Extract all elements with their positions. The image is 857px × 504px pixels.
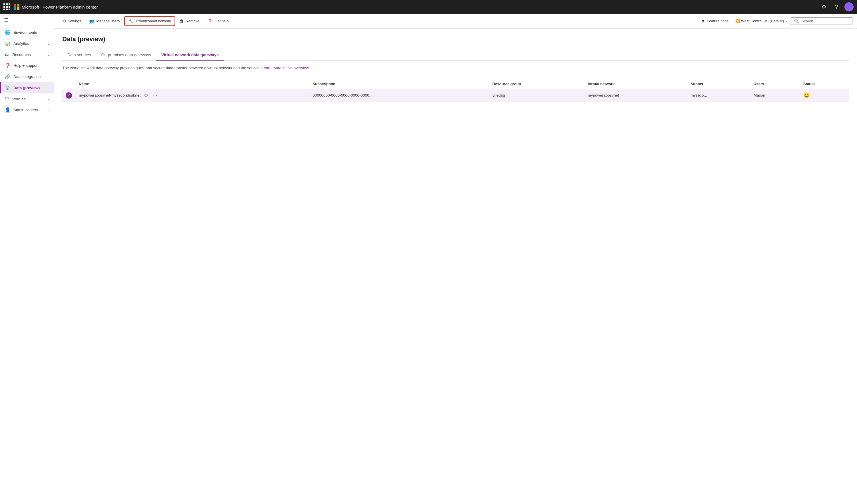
toolbar: ⚙ Settings 👥 Manage users 🔧 Troubleshoot…: [54, 14, 857, 29]
sidebar-item-label: Help + support: [13, 64, 38, 68]
table-header: Name ↑ Subscription Resource group Virtu…: [62, 79, 849, 89]
manage-users-icon: 👥: [89, 19, 95, 24]
data-preview-icon: 📡: [5, 85, 11, 90]
sidebar-item-help-support[interactable]: ❓ Help + support: [0, 60, 54, 71]
troubleshoot-btn-label: Troubleshoot network: [135, 19, 171, 23]
app-logo: Microsoft: [14, 4, 39, 10]
help-icon: ❓: [5, 63, 11, 68]
app-title: Power Platform admin center: [43, 4, 98, 10]
page-title: Data (preview): [62, 35, 849, 43]
search-icon: 🔍: [794, 19, 799, 23]
tab-bar: Data sources On-premises data gateways V…: [62, 50, 849, 61]
row-checkbox-cell: ✓: [62, 89, 75, 102]
row-more-button[interactable]: ···: [151, 92, 158, 99]
sidebar-item-label: Environments: [13, 30, 37, 35]
table-row[interactable]: ✓ mypowerappsvnet-mysecondsubnet ⚙ ··· 0…: [62, 89, 849, 102]
col-subnet: Subnet: [687, 79, 750, 89]
region-selector[interactable]: 🔀 West Central US (Default) ⌄: [733, 18, 790, 24]
region-icon: 🔀: [735, 19, 740, 23]
data-table: Name ↑ Subscription Resource group Virtu…: [62, 79, 849, 102]
row-resource-group: vnetrsg: [489, 89, 585, 102]
col-users: Users: [750, 79, 800, 89]
row-virtual-network: mypowerappsvnet: [584, 89, 687, 102]
status-icon: 😊: [803, 93, 810, 98]
environments-icon: 🌐: [5, 30, 11, 35]
help-icon[interactable]: ?: [832, 2, 841, 12]
row-name: mypowerappsvnet-mysecondsubnet: [79, 93, 140, 97]
topbar: Microsoft Power Platform admin center ⚙ …: [0, 0, 857, 14]
get-help-icon: ❓: [207, 19, 213, 24]
microsoft-logo: [14, 4, 19, 10]
sidebar-item-label: Admin centers: [13, 108, 38, 112]
col-status: Status: [800, 79, 849, 89]
admin-centers-icon: 👤: [5, 107, 11, 113]
sidebar-item-label: Analytics: [13, 41, 29, 46]
tab-virtual-network[interactable]: Virtual network data gateways: [156, 50, 224, 61]
settings-button[interactable]: ⚙ Settings: [59, 17, 85, 26]
troubleshoot-network-button[interactable]: 🔧 Troubleshoot network: [124, 16, 175, 26]
row-users: Mason: [750, 89, 800, 102]
content-area: ⚙ Settings 👥 Manage users 🔧 Troubleshoot…: [54, 14, 857, 504]
region-label: West Central US (Default): [741, 19, 784, 23]
settings-btn-label: Settings: [68, 19, 81, 23]
row-subnet: myseco...: [687, 89, 750, 102]
col-name: Name ↑: [75, 79, 309, 89]
feature-flags-icon: ⚑: [701, 19, 705, 23]
feature-flags-label: Feature flags: [707, 19, 728, 23]
col-resource-group: Resource group: [489, 79, 585, 89]
col-virtual-network: Virtual network: [584, 79, 687, 89]
sidebar-item-label: Resources: [12, 53, 31, 57]
row-settings-button[interactable]: ⚙: [143, 92, 149, 99]
main-layout: ☰ 🌐 Environments 📊 Analytics ⌄ 🗂 Resourc…: [0, 14, 857, 504]
sidebar-item-policies[interactable]: 🛡 Policies ⌄: [0, 94, 54, 104]
sidebar-item-resources[interactable]: 🗂 Resources ⌄: [0, 49, 54, 60]
row-subscription: 00000000-0000-0000-0000-0000...: [309, 89, 489, 102]
sidebar-item-environments[interactable]: 🌐 Environments: [0, 27, 54, 38]
learn-more-link[interactable]: Learn more in this overview.: [262, 66, 310, 70]
sort-icon: ↑: [91, 82, 93, 86]
sidebar: ☰ 🌐 Environments 📊 Analytics ⌄ 🗂 Resourc…: [0, 14, 54, 504]
troubleshoot-icon: 🔧: [128, 19, 134, 24]
sidebar-item-data-integration[interactable]: 🔗 Data integration: [0, 71, 54, 82]
remove-button[interactable]: 🗑 Remove: [176, 17, 203, 25]
chevron-down-icon: ⌄: [785, 19, 788, 23]
policies-icon: 🛡: [5, 96, 10, 101]
settings-btn-icon: ⚙: [62, 19, 66, 24]
sidebar-item-data-preview[interactable]: 📡 Data (preview): [0, 82, 54, 94]
data-integration-icon: 🔗: [5, 74, 11, 80]
row-status: 😊: [800, 89, 849, 102]
col-checkbox: [62, 79, 75, 89]
tab-data-sources[interactable]: Data sources: [62, 50, 96, 61]
ms-wordmark: Microsoft: [22, 4, 39, 10]
analytics-icon: 📊: [5, 41, 11, 46]
feature-flags-button[interactable]: ⚑ Feature flags: [698, 17, 732, 25]
waffle-menu[interactable]: [3, 3, 10, 10]
description-text: The virtual network data gateway provide…: [62, 66, 261, 70]
sidebar-toggle[interactable]: ☰: [0, 14, 54, 27]
resources-icon: 🗂: [5, 52, 10, 57]
manage-users-btn-label: Manage users: [96, 19, 120, 23]
search-box[interactable]: 🔍: [791, 17, 853, 25]
remove-btn-label: Remove: [186, 19, 199, 23]
sidebar-item-admin-centers[interactable]: 👤 Admin centers ⌄: [0, 104, 54, 115]
avatar[interactable]: [844, 2, 854, 12]
sidebar-item-analytics[interactable]: 📊 Analytics ⌄: [0, 38, 54, 49]
chevron-down-icon: ⌄: [47, 53, 50, 56]
manage-users-button[interactable]: 👥 Manage users: [86, 17, 123, 26]
table-body: ✓ mypowerappsvnet-mysecondsubnet ⚙ ··· 0…: [62, 89, 849, 102]
chevron-down-icon: ⌄: [47, 97, 50, 101]
chevron-down-icon: ⌄: [47, 108, 50, 112]
search-input[interactable]: [801, 19, 849, 23]
get-help-button[interactable]: ❓ Get help: [204, 17, 232, 26]
col-subscription: Subscription: [309, 79, 489, 89]
row-selected-indicator: ✓: [66, 92, 72, 99]
settings-icon[interactable]: ⚙: [819, 2, 828, 12]
sidebar-item-label: Data (preview): [13, 86, 40, 90]
tab-on-premises[interactable]: On-premises data gateways: [96, 50, 156, 61]
get-help-btn-label: Get help: [215, 19, 229, 23]
chevron-down-icon: ⌄: [47, 42, 50, 46]
sidebar-item-label: Policies: [12, 97, 26, 101]
sidebar-item-label: Data integration: [13, 74, 40, 79]
row-name-cell: mypowerappsvnet-mysecondsubnet ⚙ ···: [75, 89, 309, 102]
page-content: Data (preview) Data sources On-premises …: [54, 29, 857, 504]
